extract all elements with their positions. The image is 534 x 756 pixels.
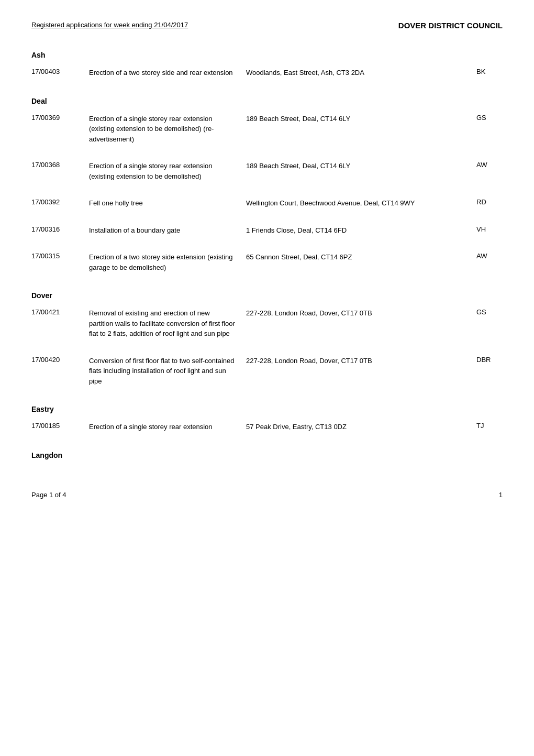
section-heading-deal: Deal <box>31 97 503 105</box>
entry-code: BK <box>476 68 503 75</box>
entry-ref: 17/00316 <box>31 225 89 233</box>
entry-description: Erection of a single storey rear extensi… <box>89 422 246 432</box>
entry-address: 189 Beach Street, Deal, CT14 6LY <box>246 161 476 171</box>
entry-ref: 17/00185 <box>31 422 89 430</box>
entry-address: 227-228, London Road, Dover, CT17 0TB <box>246 356 476 366</box>
table-row: 17/00403Erection of a two storey side an… <box>31 68 503 82</box>
entry-code: GS <box>476 114 503 122</box>
entry-ref: 17/00421 <box>31 308 89 316</box>
entry-description: Erection of a single storey rear extensi… <box>89 114 246 145</box>
footer: Page 1 of 4 1 <box>31 491 503 499</box>
entry-ref: 17/00392 <box>31 198 89 206</box>
entry-code: AW <box>476 161 503 169</box>
entry-address: 1 Friends Close, Deal, CT14 6FD <box>246 225 476 236</box>
entry-ref: 17/00369 <box>31 114 89 122</box>
entry-description: Erection of a two storey side extension … <box>89 252 246 272</box>
entry-description: Erection of a two storey side and rear e… <box>89 68 246 78</box>
entry-address: 57 Peak Drive, Eastry, CT13 0DZ <box>246 422 476 432</box>
table-row: 17/00392Fell one holly treeWellington Co… <box>31 198 503 213</box>
entry-code: TJ <box>476 422 503 430</box>
entry-address: Wellington Court, Beechwood Avenue, Deal… <box>246 198 476 209</box>
entry-ref: 17/00315 <box>31 252 89 260</box>
table-row: 17/00368Erection of a single storey rear… <box>31 161 503 185</box>
entry-address: 65 Cannon Street, Deal, CT14 6PZ <box>246 252 476 262</box>
section-heading-eastry: Eastry <box>31 405 503 413</box>
entry-ref: 17/00420 <box>31 356 89 364</box>
footer-page-number: 1 <box>499 491 503 499</box>
entry-code: VH <box>476 225 503 233</box>
section-heading-ash: Ash <box>31 51 503 59</box>
table-row: 17/00185Erection of a single storey rear… <box>31 422 503 436</box>
entry-description: Conversion of first floor flat to two se… <box>89 356 246 387</box>
footer-page-label: Page 1 of 4 <box>31 491 66 499</box>
page-header: Registered applications for week ending … <box>31 21 503 35</box>
entry-description: Removal of existing and erection of new … <box>89 308 246 339</box>
table-row: 17/00315Erection of a two storey side ex… <box>31 252 503 277</box>
table-row: 17/00369Erection of a single storey rear… <box>31 114 503 149</box>
entry-code: AW <box>476 252 503 260</box>
entry-description: Fell one holly tree <box>89 198 246 209</box>
entry-address: Woodlands, East Street, Ash, CT3 2DA <box>246 68 476 78</box>
section-heading-langdon: Langdon <box>31 451 503 459</box>
entry-code: RD <box>476 198 503 206</box>
sections-container: Ash17/00403Erection of a two storey side… <box>31 51 503 459</box>
entry-address: 189 Beach Street, Deal, CT14 6LY <box>246 114 476 124</box>
entry-address: 227-228, London Road, Dover, CT17 0TB <box>246 308 476 319</box>
header-org: DOVER DISTRICT COUNCIL <box>398 21 503 30</box>
entry-ref: 17/00403 <box>31 68 89 75</box>
table-row: 17/00420Conversion of first floor flat t… <box>31 356 503 391</box>
entry-description: Erection of a single storey rear extensi… <box>89 161 246 181</box>
entry-code: DBR <box>476 356 503 364</box>
header-title: Registered applications for week ending … <box>31 21 188 29</box>
table-row: 17/00421Removal of existing and erection… <box>31 308 503 343</box>
table-row: 17/00316Installation of a boundary gate1… <box>31 225 503 240</box>
entry-ref: 17/00368 <box>31 161 89 169</box>
entry-code: GS <box>476 308 503 316</box>
section-heading-dover: Dover <box>31 291 503 300</box>
entry-description: Installation of a boundary gate <box>89 225 246 236</box>
